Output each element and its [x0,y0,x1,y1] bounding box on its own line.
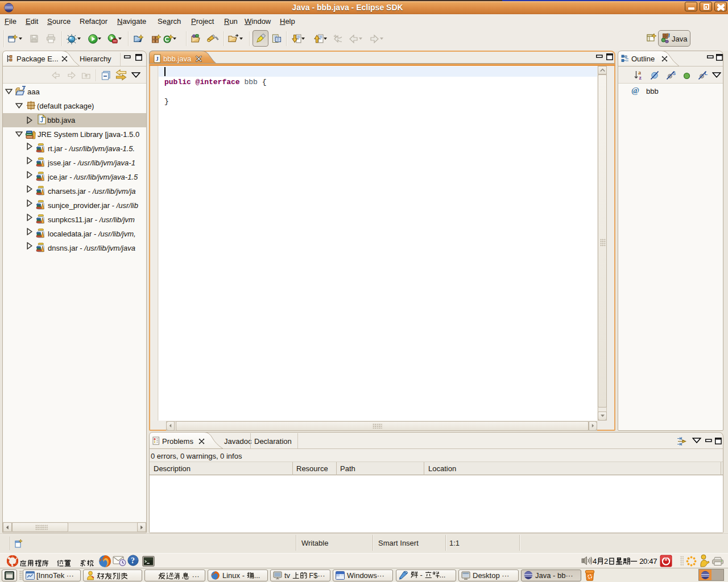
svg-text:?: ? [131,556,135,565]
svg-text:J: J [156,56,159,62]
svg-text:z: z [639,74,642,81]
svg-text:J: J [667,33,670,39]
